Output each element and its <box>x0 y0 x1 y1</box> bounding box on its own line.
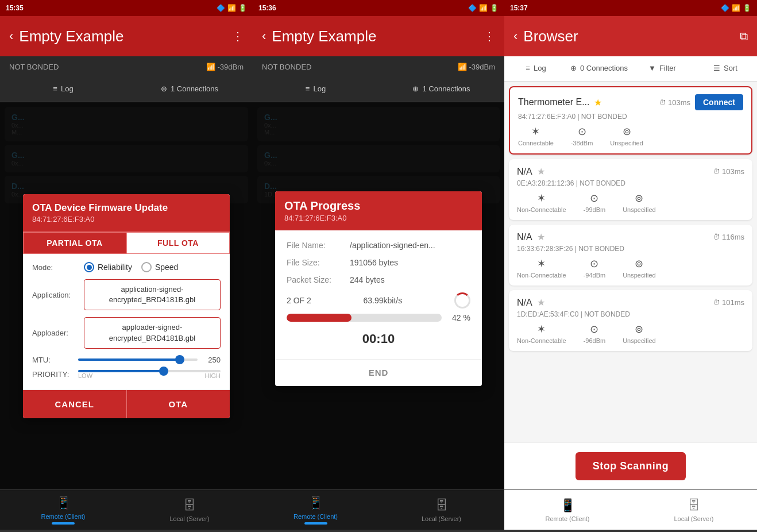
bottom-indicator-1 <box>0 530 253 532</box>
device-time-3: ⏱ 101ms <box>713 298 744 307</box>
reliability-option[interactable]: Reliability <box>84 262 132 272</box>
nav-local-3[interactable]: 🗄 Local (Server) <box>631 490 757 530</box>
browser-device-list: Thermometer E... ★ ⏱ 103ms Connect 84:71… <box>504 82 757 442</box>
priority-slider-track <box>78 370 221 372</box>
nav-local-1[interactable]: 🗄 Local (Server) <box>126 490 253 530</box>
speed-radio[interactable] <box>141 262 152 272</box>
signal-icon-2: 📶 <box>479 4 488 12</box>
signal-label-3: -96dBm <box>584 337 606 344</box>
tab-log-2[interactable]: ≡ Log <box>253 77 378 102</box>
device-card-0: Thermometer E... ★ ⏱ 103ms Connect 84:71… <box>509 86 752 155</box>
nav-remote-1[interactable]: 📱 Remote (Client) <box>0 490 126 530</box>
speed-option[interactable]: Speed <box>141 262 178 272</box>
connections-icon-2: ⊕ <box>412 84 419 93</box>
clock-icon-0: ⏱ <box>659 98 666 107</box>
priority-high-label: HIGH <box>205 372 221 379</box>
connect-button-0[interactable]: Connect <box>695 94 743 110</box>
log-icon-2: ≡ <box>306 84 310 93</box>
remote-icon-1: 📱 <box>56 496 71 511</box>
apploader-label: Apploader: <box>32 329 78 337</box>
dialog-addr-1: 84:71:27:6E:F3:A0 <box>32 215 221 223</box>
progress-bar-container: 42 % <box>287 313 470 322</box>
progress-dialog-overlay: OTA Progress 84:71:27:6E:F3:A0 File Name… <box>253 102 504 489</box>
application-file-box[interactable]: application-signed-encrypted_BRD4181B.gb… <box>84 279 221 310</box>
more-button-2[interactable]: ⋮ <box>484 29 495 43</box>
mtu-slider-track <box>78 358 198 361</box>
status-icons-3: 🔷 📶 🔋 <box>721 4 751 12</box>
speed-label: Speed <box>155 263 178 272</box>
device-card-3: N/A ★ ⏱ 101ms 1D:ED:AE:53:4F:C0 | NOT BO… <box>509 290 752 351</box>
nav-local-2[interactable]: 🗄 Local (Server) <box>378 490 504 530</box>
stop-scanning-button[interactable]: Stop Scanning <box>576 452 686 480</box>
packet-size-value: 244 bytes <box>350 275 385 284</box>
bt-icon-0: ✶ <box>531 125 540 138</box>
device-icon-type-0: ⊚ Unspecified <box>610 125 643 147</box>
wifi-icon-1: ⊙ <box>590 192 598 205</box>
star-icon-3[interactable]: ★ <box>537 297 545 308</box>
reliability-radio[interactable] <box>84 262 94 272</box>
application-label: Application: <box>32 291 78 299</box>
bottom-nav-3: 📱 Remote (Client) 🗄 Local (Server) <box>504 489 757 530</box>
progress-header: OTA Progress 84:71:27:6E:F3:A0 <box>275 191 482 230</box>
device-icons-0: ✶ Connectable ⊙ -38dBm ⊚ Unspecified <box>518 125 743 147</box>
progress-count: 2 OF 2 <box>287 296 311 305</box>
panel-3: 15:37 🔷 📶 🔋 ‹ Browser ⧉ ≡ Log ⊕ 0 Connec… <box>504 0 757 532</box>
progress-bar-track <box>287 314 442 322</box>
signal-label-2: -94dBm <box>584 272 606 279</box>
ota-type-tabs: PARTIAL OTA FULL OTA <box>23 232 230 254</box>
cancel-button[interactable]: CANCEL <box>23 390 127 418</box>
dialog-header-1: OTA Device Firmware Update 84:71:27:6E:F… <box>23 194 230 232</box>
device-time-1: ⏱ 103ms <box>713 167 744 176</box>
tab-filter-3[interactable]: ▼ Filter <box>631 56 694 81</box>
card-name-group-2: N/A ★ <box>517 232 545 242</box>
nav-remote-3[interactable]: 📱 Remote (Client) <box>504 490 631 530</box>
star-icon-2[interactable]: ★ <box>537 232 545 242</box>
bt-icon-3: ✶ <box>537 323 546 336</box>
priority-row: PRIORITY: LOW HIGH <box>32 370 221 379</box>
back-button-3[interactable]: ‹ <box>513 29 517 44</box>
status-bar-2: 15:36 🔷 📶 🔋 <box>253 0 504 16</box>
back-button-2[interactable]: ‹ <box>262 29 266 44</box>
tabs-icon-3[interactable]: ⧉ <box>740 30 748 43</box>
remote-label-2: Remote (Client) <box>293 513 338 520</box>
more-button-1[interactable]: ⋮ <box>232 29 244 43</box>
tab-connections-3[interactable]: ⊕ 0 Connections <box>567 56 631 81</box>
back-button-1[interactable]: ‹ <box>9 29 13 44</box>
mtu-slider-thumb[interactable] <box>175 355 184 364</box>
full-ota-tab[interactable]: FULL OTA <box>126 232 230 254</box>
partial-ota-tab[interactable]: PARTIAL OTA <box>23 232 126 254</box>
connectable-label-2: Non-Connectable <box>517 272 566 279</box>
app-header-3: ‹ Browser ⧉ <box>504 16 757 56</box>
device-icon-bt-2: ✶ Non-Connectable <box>517 257 566 279</box>
tab-log-1[interactable]: ≡ Log <box>0 77 126 102</box>
end-button[interactable]: END <box>369 368 389 377</box>
wifi-icon-1: 📶 <box>206 63 215 71</box>
dialog-title-1: OTA Device Firmware Update <box>32 202 221 214</box>
tab-connections-1[interactable]: ⊕ 1 Connections <box>126 77 253 102</box>
priority-slider-thumb[interactable] <box>159 367 168 376</box>
header-left-3: ‹ Browser <box>513 28 578 45</box>
tab-sort-3[interactable]: ☰ Sort <box>694 56 757 81</box>
star-icon-1[interactable]: ★ <box>537 166 545 177</box>
device-icon-wifi-0: ⊙ -38dBm <box>571 125 593 147</box>
device-card-1: N/A ★ ⏱ 103ms 0E:A3:28:21:12:36 | NOT BO… <box>509 159 752 220</box>
priority-labels: LOW HIGH <box>78 372 221 379</box>
tab-log-3[interactable]: ≡ Log <box>504 56 567 81</box>
mode-label: Mode: <box>32 263 78 272</box>
progress-time: 00:10 <box>287 331 470 346</box>
device-icon-type-1: ⊚ Unspecified <box>623 192 655 213</box>
apploader-file-box[interactable]: apploader-signed-encrypted_BRD4181B.gbl <box>84 317 221 348</box>
type-label-2: Unspecified <box>623 272 655 279</box>
bottom-nav-2: 📱 Remote (Client) 🗄 Local (Server) <box>253 489 504 530</box>
ota-button[interactable]: OTA <box>127 390 230 418</box>
signal-strength-2: 📶 -39dBm <box>458 63 495 71</box>
tab-connections-2[interactable]: ⊕ 1 Connections <box>378 77 504 102</box>
device-addr-1: 0E:A3:28:21:12:36 | NOT BONDED <box>517 179 744 187</box>
star-icon-0[interactable]: ★ <box>594 97 602 108</box>
signal-icon-3: 📶 <box>732 4 740 12</box>
mode-row: Mode: Reliability Speed <box>32 262 221 272</box>
nav-remote-2[interactable]: 📱 Remote (Client) <box>253 490 378 530</box>
device-icons-2: ✶ Non-Connectable ⊙ -94dBm ⊚ Unspecified <box>517 257 744 279</box>
device-name-3: N/A <box>517 298 532 308</box>
card-top-0: Thermometer E... ★ ⏱ 103ms Connect <box>518 94 743 110</box>
